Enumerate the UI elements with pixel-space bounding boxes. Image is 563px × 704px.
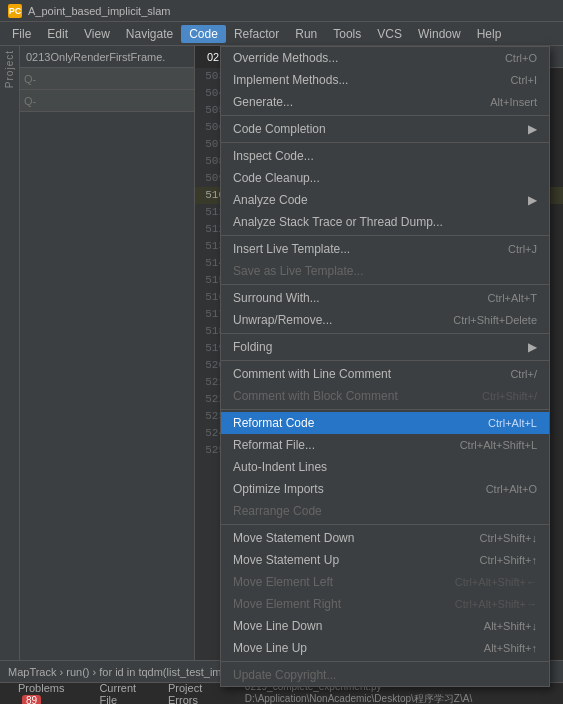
menu-edit[interactable]: Edit xyxy=(39,25,76,43)
dropdown-item-folding-arrow: ▶ xyxy=(528,340,537,354)
dropdown-item-update-copyright: Update Copyright... xyxy=(221,664,549,686)
file-tree-search-bar[interactable] xyxy=(20,68,194,90)
dropdown-separator-7 xyxy=(221,409,549,410)
dropdown-item-comment-line[interactable]: Comment with Line Comment Ctrl+/ xyxy=(221,363,549,385)
dropdown-item-analyze-stack[interactable]: Analyze Stack Trace or Thread Dump... xyxy=(221,211,549,233)
dropdown-item-surround-with-label: Surround With... xyxy=(233,291,487,305)
dropdown-item-move-line-up-shortcut: Alt+Shift+↑ xyxy=(484,642,537,654)
status-tab-problems-label: Problems xyxy=(18,682,64,694)
file-tree-title: 0213OnlyRenderFirstFrame. xyxy=(26,51,165,63)
dropdown-item-move-line-down[interactable]: Move Line Down Alt+Shift+↓ xyxy=(221,615,549,637)
dropdown-item-inspect-code-label: Inspect Code... xyxy=(233,149,537,163)
dropdown-separator-3 xyxy=(221,235,549,236)
dropdown-item-move-element-right-shortcut: Ctrl+Alt+Shift+→ xyxy=(455,598,537,610)
file-tree-search-input-2[interactable] xyxy=(24,95,190,107)
menu-vcs[interactable]: VCS xyxy=(369,25,410,43)
dropdown-item-move-element-left-label: Move Element Left xyxy=(233,575,455,589)
dropdown-item-generate-shortcut: Alt+Insert xyxy=(490,96,537,108)
status-tab-problems[interactable]: Problems 89 xyxy=(8,682,89,705)
dropdown-item-analyze-code[interactable]: Analyze Code ▶ xyxy=(221,189,549,211)
dropdown-separator-8 xyxy=(221,524,549,525)
menu-help[interactable]: Help xyxy=(469,25,510,43)
dropdown-item-folding-label: Folding xyxy=(233,340,528,354)
dropdown-item-surround-with-shortcut: Ctrl+Alt+T xyxy=(487,292,537,304)
dropdown-item-insert-live-template[interactable]: Insert Live Template... Ctrl+J xyxy=(221,238,549,260)
menu-tools[interactable]: Tools xyxy=(325,25,369,43)
dropdown-item-code-cleanup[interactable]: Code Cleanup... xyxy=(221,167,549,189)
dropdown-item-rearrange-code-label: Rearrange Code xyxy=(233,504,537,518)
menu-code[interactable]: Code xyxy=(181,25,226,43)
dropdown-item-move-line-up[interactable]: Move Line Up Alt+Shift+↑ xyxy=(221,637,549,659)
dropdown-item-override-methods[interactable]: Override Methods... Ctrl+O xyxy=(221,47,549,69)
dropdown-item-move-line-down-shortcut: Alt+Shift+↓ xyxy=(484,620,537,632)
dropdown-item-move-statement-up-shortcut: Ctrl+Shift+↑ xyxy=(480,554,537,566)
menu-view[interactable]: View xyxy=(76,25,118,43)
dropdown-item-implement-methods[interactable]: Implement Methods... Ctrl+I xyxy=(221,69,549,91)
dropdown-separator-4 xyxy=(221,284,549,285)
dropdown-item-move-statement-up[interactable]: Move Statement Up Ctrl+Shift+↑ xyxy=(221,549,549,571)
dropdown-item-move-statement-down[interactable]: Move Statement Down Ctrl+Shift+↓ xyxy=(221,527,549,549)
dropdown-item-auto-indent-label: Auto-Indent Lines xyxy=(233,460,537,474)
status-tab-current-file[interactable]: Current File xyxy=(89,682,158,705)
dropdown-item-move-element-left-shortcut: Ctrl+Alt+Shift+← xyxy=(455,576,537,588)
dropdown-item-move-statement-down-label: Move Statement Down xyxy=(233,531,480,545)
menu-window[interactable]: Window xyxy=(410,25,469,43)
dropdown-item-reformat-code[interactable]: Reformat Code Ctrl+Alt+L xyxy=(221,412,549,434)
dropdown-item-reformat-file[interactable]: Reformat File... Ctrl+Alt+Shift+L xyxy=(221,434,549,456)
app-icon: PC xyxy=(8,4,22,18)
dropdown-item-update-copyright-label: Update Copyright... xyxy=(233,668,537,682)
dropdown-item-analyze-code-arrow: ▶ xyxy=(528,193,537,207)
dropdown-item-unwrap-remove-shortcut: Ctrl+Shift+Delete xyxy=(453,314,537,326)
dropdown-separator-9 xyxy=(221,661,549,662)
file-tree-search-input[interactable] xyxy=(24,73,190,85)
dropdown-item-move-element-right-label: Move Element Right xyxy=(233,597,455,611)
title-bar: PC A_point_based_implicit_slam xyxy=(0,0,563,22)
dropdown-item-code-cleanup-label: Code Cleanup... xyxy=(233,171,537,185)
dropdown-separator-5 xyxy=(221,333,549,334)
code-dropdown-menu: Override Methods... Ctrl+O Implement Met… xyxy=(220,46,550,687)
dropdown-item-move-statement-up-label: Move Statement Up xyxy=(233,553,480,567)
dropdown-separator-1 xyxy=(221,115,549,116)
dropdown-item-auto-indent[interactable]: Auto-Indent Lines xyxy=(221,456,549,478)
dropdown-item-insert-live-template-shortcut: Ctrl+J xyxy=(508,243,537,255)
dropdown-item-implement-methods-label: Implement Methods... xyxy=(233,73,510,87)
dropdown-item-unwrap-remove-label: Unwrap/Remove... xyxy=(233,313,453,327)
dropdown-item-override-methods-label: Override Methods... xyxy=(233,51,505,65)
dropdown-item-reformat-code-shortcut: Ctrl+Alt+L xyxy=(488,417,537,429)
dropdown-item-unwrap-remove[interactable]: Unwrap/Remove... Ctrl+Shift+Delete xyxy=(221,309,549,331)
dropdown-item-implement-methods-shortcut: Ctrl+I xyxy=(510,74,537,86)
dropdown-item-insert-live-template-label: Insert Live Template... xyxy=(233,242,508,256)
dropdown-item-save-live-template-label: Save as Live Template... xyxy=(233,264,537,278)
dropdown-item-comment-line-label: Comment with Line Comment xyxy=(233,367,510,381)
dropdown-item-override-methods-shortcut: Ctrl+O xyxy=(505,52,537,64)
menu-refactor[interactable]: Refactor xyxy=(226,25,287,43)
dropdown-item-generate[interactable]: Generate... Alt+Insert xyxy=(221,91,549,113)
dropdown-item-inspect-code[interactable]: Inspect Code... xyxy=(221,145,549,167)
menu-file[interactable]: File xyxy=(4,25,39,43)
dropdown-separator-6 xyxy=(221,360,549,361)
dropdown-item-rearrange-code: Rearrange Code xyxy=(221,500,549,522)
dropdown-item-move-element-left: Move Element Left Ctrl+Alt+Shift+← xyxy=(221,571,549,593)
status-tab-project-errors-label: Project Errors xyxy=(168,682,202,705)
dropdown-item-reformat-file-label: Reformat File... xyxy=(233,438,460,452)
menu-bar: File Edit View Navigate Code Refactor Ru… xyxy=(0,22,563,46)
dropdown-item-analyze-stack-label: Analyze Stack Trace or Thread Dump... xyxy=(233,215,537,229)
file-tree-header: 0213OnlyRenderFirstFrame. xyxy=(20,46,194,68)
file-tree: 0213OnlyRenderFirstFrame. xyxy=(20,46,195,660)
sidebar-label: Project xyxy=(4,50,15,88)
dropdown-item-surround-with[interactable]: Surround With... Ctrl+Alt+T xyxy=(221,287,549,309)
dropdown-item-move-line-down-label: Move Line Down xyxy=(233,619,484,633)
dropdown-item-folding[interactable]: Folding ▶ xyxy=(221,336,549,358)
status-tab-current-file-label: Current File xyxy=(99,682,136,705)
dropdown-item-move-line-up-label: Move Line Up xyxy=(233,641,484,655)
dropdown-item-comment-line-shortcut: Ctrl+/ xyxy=(510,368,537,380)
status-badge: 89 xyxy=(22,695,41,705)
title-bar-text: A_point_based_implicit_slam xyxy=(28,5,170,17)
menu-run[interactable]: Run xyxy=(287,25,325,43)
dropdown-item-code-completion-label: Code Completion xyxy=(233,122,528,136)
project-sidebar: Project xyxy=(0,46,20,660)
dropdown-item-optimize-imports[interactable]: Optimize Imports Ctrl+Alt+O xyxy=(221,478,549,500)
dropdown-item-code-completion[interactable]: Code Completion ▶ xyxy=(221,118,549,140)
menu-navigate[interactable]: Navigate xyxy=(118,25,181,43)
file-tree-search-bar-2[interactable] xyxy=(20,90,194,112)
